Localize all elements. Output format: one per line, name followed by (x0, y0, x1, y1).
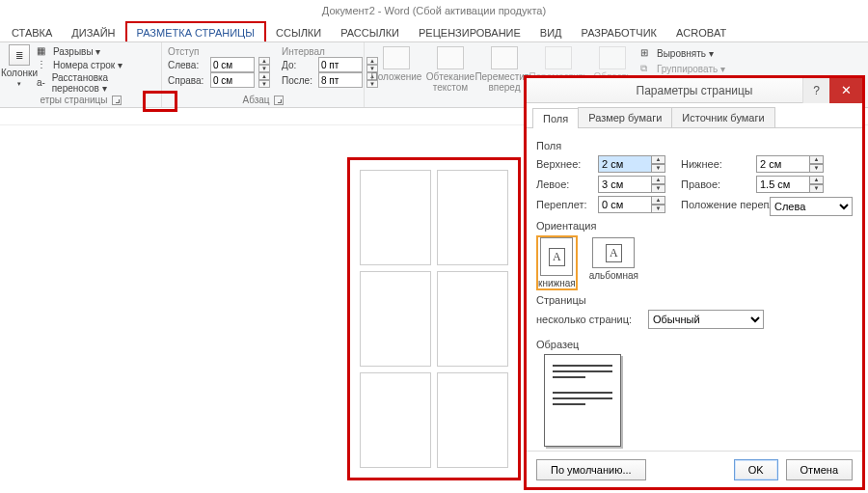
tab-acrobat[interactable]: ACROBAT (666, 23, 736, 41)
columns-button[interactable]: ≣ Колонки ▾ (6, 44, 33, 95)
spacing-before-label: До: (282, 60, 314, 70)
page-thumb[interactable] (360, 271, 431, 367)
dialog-tab-source[interactable]: Источник бумаги (671, 107, 774, 127)
dialog-help-button[interactable]: ? (802, 78, 829, 103)
ok-button[interactable]: OK (734, 459, 778, 480)
section-pages: Страницы (536, 294, 853, 306)
orientation-portrait[interactable]: A книжная (536, 235, 578, 290)
tab-developer[interactable]: РАЗРАБОТЧИК (572, 23, 666, 41)
margin-right-label: Правое: (681, 178, 750, 190)
wrap-text-button[interactable]: Обтекание текстом (424, 44, 476, 107)
forward-icon (491, 46, 518, 69)
tab-review[interactable]: РЕЦЕНЗИРОВАНИЕ (409, 23, 530, 41)
spacing-header: Интервал (282, 46, 378, 57)
margin-left-input[interactable] (598, 176, 652, 193)
selection-icon (599, 46, 626, 69)
hyphenation-icon: a- (37, 77, 49, 89)
backward-icon (545, 46, 572, 69)
orientation-landscape[interactable]: A альбомная (587, 235, 640, 290)
margin-right-down[interactable]: ▼ (810, 184, 824, 193)
cancel-button[interactable]: Отмена (786, 459, 853, 480)
margin-bottom-up[interactable]: ▲ (810, 155, 824, 164)
page-thumb[interactable] (437, 170, 508, 265)
align-menu[interactable]: ⊞Выровнять ▾ (640, 46, 725, 60)
page-thumbnails (347, 157, 521, 480)
section-margins: Поля (536, 140, 853, 151)
line-numbers-menu[interactable]: ⋮Номера строк ▾ (37, 58, 155, 71)
margin-top-down[interactable]: ▼ (652, 164, 665, 173)
tab-mailings[interactable]: РАССЫЛКИ (331, 23, 409, 41)
tab-page-layout[interactable]: РАЗМЕТКА СТРАНИЦЫ (125, 21, 266, 41)
multi-pages-label: несколько страниц: (536, 314, 642, 325)
dialog-tab-paper[interactable]: Размер бумаги (578, 107, 672, 127)
dialog-titlebar: Параметры страницы ? ✕ (527, 78, 862, 103)
default-button[interactable]: По умолчанию... (536, 459, 646, 480)
multi-pages-select[interactable]: Обычный (648, 310, 764, 329)
tab-view[interactable]: ВИД (530, 23, 572, 41)
margin-left-up[interactable]: ▲ (652, 176, 665, 184)
indent-left-up[interactable]: ▲ (258, 57, 270, 65)
margin-right-input[interactable] (756, 176, 810, 193)
spacing-after-input[interactable] (318, 72, 363, 88)
paragraph-group-label: Абзац (242, 95, 269, 105)
page-setup-launcher[interactable] (112, 96, 122, 105)
columns-icon: ≣ (9, 44, 30, 66)
page-thumb[interactable] (360, 372, 431, 468)
preview-box (544, 354, 621, 447)
page-setup-group-label: етры страницы (40, 95, 107, 105)
breaks-menu[interactable]: ▦Разрывы ▾ (37, 44, 155, 58)
margin-left-down[interactable]: ▼ (652, 184, 665, 193)
dialog-body: Поля Верхнее: ▲▼ Нижнее: ▲▼ Левое: ▲▼ Пр… (527, 128, 862, 451)
page-thumb[interactable] (437, 271, 508, 367)
indent-right-input[interactable] (210, 72, 255, 88)
margin-bottom-down[interactable]: ▼ (810, 164, 824, 173)
page-thumb[interactable] (437, 372, 508, 468)
columns-label: Колонки (1, 68, 38, 78)
tab-references[interactable]: ССЫЛКИ (266, 23, 331, 41)
dialog-tab-margins[interactable]: Поля (532, 108, 579, 128)
indent-right-down[interactable]: ▼ (258, 80, 270, 88)
indent-left-label: Слева: (168, 60, 206, 70)
margin-right-up[interactable]: ▲ (810, 176, 824, 184)
dialog-footer: По умолчанию... OK Отмена (527, 451, 862, 487)
ribbon-tabs: СТАВКА ДИЗАЙН РАЗМЕТКА СТРАНИЦЫ ССЫЛКИ Р… (0, 21, 868, 42)
tab-vstavka[interactable]: СТАВКА (2, 23, 62, 41)
margin-left-label: Левое: (536, 178, 592, 190)
page-thumb[interactable] (360, 170, 431, 265)
spacing-before-input[interactable] (318, 57, 363, 72)
gutter-down[interactable]: ▼ (652, 205, 665, 213)
breaks-icon: ▦ (37, 45, 50, 57)
indent-right-label: Справа: (168, 75, 206, 86)
line-numbers-icon: ⋮ (37, 59, 50, 70)
margin-bottom-input[interactable] (756, 155, 810, 173)
margin-top-input[interactable] (598, 155, 652, 173)
position-icon (383, 46, 410, 69)
wrap-icon (437, 46, 464, 69)
indent-left-down[interactable]: ▼ (258, 65, 270, 72)
spacing-after-label: После: (282, 75, 314, 86)
group-icon: ⧉ (640, 63, 654, 74)
page-setup-dialog: Параметры страницы ? ✕ Поля Размер бумаг… (524, 75, 865, 490)
margin-top-label: Верхнее: (536, 158, 592, 170)
paragraph-launcher[interactable] (274, 96, 284, 105)
section-orientation: Ориентация (536, 220, 853, 232)
position-button[interactable]: Положение (370, 44, 422, 107)
dialog-tabs: Поля Размер бумаги Источник бумаги (527, 103, 862, 128)
gutter-input[interactable] (598, 196, 652, 213)
gutter-label: Переплет: (536, 199, 592, 210)
title-bar: Документ2 - Word (Сбой активации продукт… (0, 0, 868, 21)
dialog-close-button[interactable]: ✕ (829, 78, 862, 103)
hyphenation-menu[interactable]: a-Расстановка переносов ▾ (37, 71, 155, 95)
align-icon: ⊞ (640, 47, 654, 59)
tab-design[interactable]: ДИЗАЙН (62, 23, 124, 41)
indent-left-input[interactable] (210, 57, 255, 72)
indent-right-up[interactable]: ▲ (258, 72, 270, 80)
bring-forward-button[interactable]: Переместить вперед (478, 44, 530, 107)
section-preview: Образец (536, 339, 853, 350)
portrait-icon: A (540, 237, 573, 276)
margin-top-up[interactable]: ▲ (652, 155, 665, 164)
group-menu[interactable]: ⧉Группировать ▾ (640, 62, 725, 75)
gutter-up[interactable]: ▲ (652, 196, 665, 205)
margin-bottom-label: Нижнее: (681, 158, 750, 170)
gutter-pos-select[interactable]: Слева (770, 197, 853, 216)
